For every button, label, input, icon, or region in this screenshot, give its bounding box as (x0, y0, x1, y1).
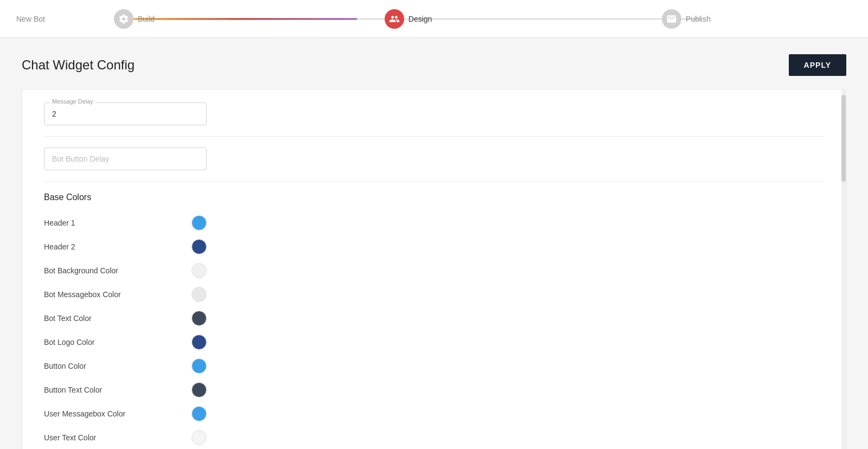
color-swatch-bot-text[interactable] (192, 311, 207, 326)
color-swatch-user-text[interactable] (192, 430, 207, 445)
color-label-btn-text: Button Text Color (44, 386, 102, 394)
color-row-btn-text: Button Text Color (44, 378, 207, 402)
color-label-header2: Header 2 (44, 242, 75, 251)
bot-button-delay-wrapper (44, 147, 207, 170)
color-row-bot-msgbox: Bot Messagebox Color (44, 283, 207, 306)
color-label-bot-msgbox: Bot Messagebox Color (44, 290, 121, 299)
step-build[interactable]: Build (114, 9, 155, 29)
color-swatch-user-msgbox[interactable] (192, 406, 207, 421)
message-delay-label: Message Delay (50, 98, 95, 105)
build-label: Build (138, 15, 155, 23)
step-design[interactable]: Design (385, 9, 432, 29)
color-row-user-msgbox: User Messagebox Color (44, 402, 207, 426)
main-content: Chat Widget Config APPLY Message Delay B… (0, 38, 868, 449)
color-label-user-msgbox: User Messagebox Color (44, 409, 125, 418)
progress-line-build (124, 18, 357, 20)
color-swatch-bot-msgbox[interactable] (192, 287, 207, 302)
color-swatch-header1[interactable] (192, 215, 207, 230)
divider-2 (44, 181, 824, 182)
color-label-bot-bg: Bot Background Color (44, 266, 118, 275)
color-row-bot-logo: Bot Logo Color (44, 330, 207, 354)
build-icon (114, 9, 133, 29)
color-swatch-bot-logo[interactable] (192, 335, 207, 350)
color-row-header2: Header 2 (44, 235, 207, 259)
message-delay-wrapper: Message Delay (44, 102, 207, 125)
nav-steps: Build Design Publish (114, 9, 711, 29)
base-colors-section: Base Colors Header 1Header 2Bot Backgrou… (44, 193, 824, 449)
design-label: Design (409, 15, 432, 23)
color-swatch-btn-color[interactable] (192, 358, 207, 374)
message-delay-group: Message Delay (44, 102, 824, 125)
message-delay-input[interactable] (52, 106, 199, 121)
page-title: Chat Widget Config (22, 57, 135, 73)
color-row-user-text: User Text Color (44, 426, 207, 449)
design-icon (385, 9, 404, 29)
color-label-header1: Header 1 (44, 219, 75, 227)
color-row-header1: Header 1 (44, 211, 207, 235)
top-nav: New Bot Build Design (0, 0, 868, 38)
publish-icon (662, 9, 681, 29)
color-swatch-bot-bg[interactable] (192, 263, 207, 278)
apply-button[interactable]: APPLY (789, 54, 846, 76)
color-swatch-header2[interactable] (192, 239, 207, 254)
bot-button-delay-group (44, 147, 824, 170)
bot-button-delay-input[interactable] (52, 151, 199, 166)
scrollbar-thumb[interactable] (841, 95, 846, 182)
scrollbar-track[interactable] (841, 89, 846, 449)
color-swatch-btn-text[interactable] (192, 382, 207, 397)
color-label-btn-color: Button Color (44, 362, 86, 370)
color-rows: Header 1Header 2Bot Background ColorBot … (44, 211, 824, 449)
color-row-bot-text: Bot Text Color (44, 306, 207, 330)
publish-label: Publish (686, 15, 711, 23)
color-row-btn-color: Button Color (44, 354, 207, 378)
page-header: Chat Widget Config APPLY (22, 54, 846, 76)
divider-1 (44, 136, 824, 137)
config-card: Message Delay Base Colors Header 1Header… (22, 89, 846, 449)
bot-name: New Bot (16, 15, 114, 23)
base-colors-title: Base Colors (44, 193, 824, 202)
color-label-bot-text: Bot Text Color (44, 314, 92, 323)
color-label-bot-logo: Bot Logo Color (44, 338, 94, 347)
color-label-user-text: User Text Color (44, 433, 96, 442)
step-publish[interactable]: Publish (662, 9, 711, 29)
color-row-bot-bg: Bot Background Color (44, 259, 207, 283)
